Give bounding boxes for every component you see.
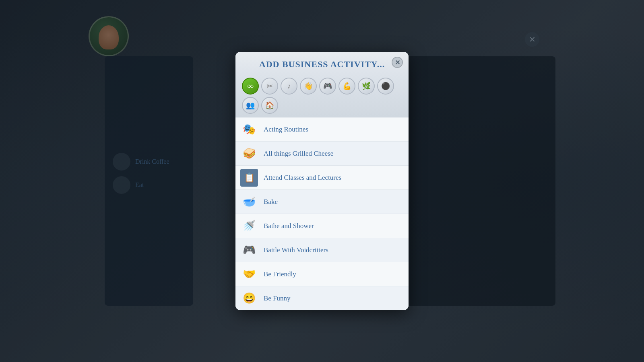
list-item-bake[interactable]: 🥣 Bake bbox=[235, 190, 409, 214]
list-item-attend-classes[interactable]: 📋 Attend Classes and Lectures bbox=[235, 166, 409, 190]
be-friendly-label: Be Friendly bbox=[264, 270, 296, 278]
gaming-filter-icon[interactable]: 🎮 bbox=[319, 78, 336, 95]
nature-filter-icon[interactable]: 🌿 bbox=[358, 78, 375, 95]
modal-dialog: Add Business Activity... ✕ ∞ ✂ ♪ bbox=[235, 52, 409, 310]
list-item-be-funny[interactable]: 😄 Be Funny bbox=[235, 286, 409, 310]
acting-routines-icon: 🎭 bbox=[240, 121, 258, 138]
sports-filter-icon[interactable]: 💪 bbox=[339, 78, 355, 95]
misc-filter-icon[interactable]: ⚫ bbox=[377, 78, 394, 95]
modal-header: Add Business Activity... ✕ bbox=[235, 52, 409, 74]
social-filter-icon[interactable]: 👋 bbox=[300, 78, 317, 95]
activity-list: 🎭 Acting Routines 🥪 All things Grilled C… bbox=[235, 117, 409, 310]
modal-overlay: Add Business Activity... ✕ ∞ ✂ ♪ bbox=[0, 0, 644, 362]
list-item-acting-routines[interactable]: 🎭 Acting Routines bbox=[235, 117, 409, 142]
voidcritters-label: Battle With Voidcritters bbox=[264, 246, 328, 254]
bathe-shower-label: Bathe and Shower bbox=[264, 222, 314, 230]
bake-label: Bake bbox=[264, 198, 278, 206]
filter-icons-container: ∞ ✂ ♪ 👋 🎮 💪 bbox=[235, 74, 409, 117]
filter-row-2: 👥 🏠 bbox=[242, 97, 402, 114]
be-funny-label: Be Funny bbox=[264, 294, 291, 302]
modal-close-button[interactable]: ✕ bbox=[392, 57, 403, 68]
voidcritters-icon: 🎮 bbox=[240, 241, 258, 259]
be-friendly-icon: 🤝 bbox=[240, 265, 258, 283]
grilled-cheese-label: All things Grilled Cheese bbox=[264, 150, 333, 158]
modal-title: Add Business Activity... bbox=[259, 59, 385, 69]
attend-classes-label: Attend Classes and Lectures bbox=[264, 174, 341, 182]
bake-icon: 🥣 bbox=[240, 193, 258, 211]
grilled-cheese-icon: 🥪 bbox=[240, 145, 258, 162]
tool-filter-icon[interactable]: ✂ bbox=[261, 78, 278, 95]
list-item-be-friendly[interactable]: 🤝 Be Friendly bbox=[235, 262, 409, 286]
home-filter-icon[interactable]: 🏠 bbox=[261, 97, 278, 114]
group-filter-icon[interactable]: 👥 bbox=[242, 97, 259, 114]
filter-row-1: ∞ ✂ ♪ 👋 🎮 💪 bbox=[242, 78, 402, 95]
all-filter-icon[interactable]: ∞ bbox=[242, 78, 259, 95]
music-filter-icon[interactable]: ♪ bbox=[281, 78, 297, 95]
list-item-battle-voidcritters[interactable]: 🎮 Battle With Voidcritters bbox=[235, 238, 409, 262]
be-funny-icon: 😄 bbox=[240, 290, 258, 307]
bathe-shower-icon: 🚿 bbox=[240, 217, 258, 235]
acting-routines-label: Acting Routines bbox=[264, 125, 308, 134]
attend-classes-icon: 📋 bbox=[240, 169, 258, 187]
list-item-grilled-cheese[interactable]: 🥪 All things Grilled Cheese bbox=[235, 142, 409, 166]
list-item-bathe-shower[interactable]: 🚿 Bathe and Shower bbox=[235, 214, 409, 238]
